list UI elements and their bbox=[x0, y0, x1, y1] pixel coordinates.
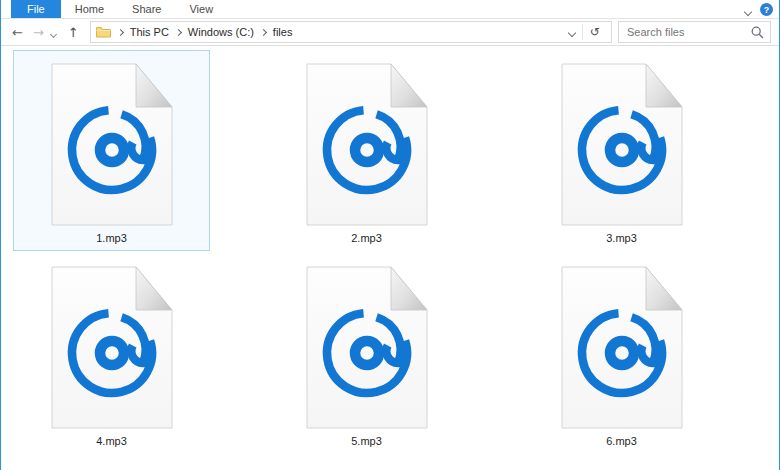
breadcrumb-chevron-icon bbox=[175, 28, 182, 35]
mp3-file-icon bbox=[51, 266, 173, 429]
file-item[interactable]: 4.mp3 bbox=[13, 253, 210, 454]
forward-icon[interactable]: → bbox=[28, 26, 49, 39]
breadcrumb-chevron-icon bbox=[117, 28, 124, 35]
file-name-label: 3.mp3 bbox=[606, 232, 637, 245]
refresh-icon[interactable]: ↻ bbox=[583, 25, 607, 39]
breadcrumb-files[interactable]: files bbox=[273, 26, 293, 38]
file-name-label: 6.mp3 bbox=[606, 435, 637, 448]
ribbon-collapse-icon[interactable] bbox=[745, 1, 751, 19]
navigation-bar: ← → ↑ This PC Windows (C:) files ↻ bbox=[1, 19, 779, 46]
search-icon[interactable] bbox=[751, 26, 764, 39]
breadcrumb-windows-c[interactable]: Windows (C:) bbox=[188, 26, 254, 38]
tab-share[interactable]: Share bbox=[118, 0, 175, 18]
file-item[interactable]: 1.mp3 bbox=[13, 50, 210, 251]
address-dropdown-icon[interactable] bbox=[562, 26, 582, 38]
tab-file[interactable]: File bbox=[11, 0, 61, 18]
breadcrumb-this-pc[interactable]: This PC bbox=[130, 26, 169, 38]
search-input[interactable] bbox=[619, 26, 751, 38]
folder-icon bbox=[96, 26, 111, 38]
file-name-label: 1.mp3 bbox=[96, 232, 127, 245]
mp3-file-icon bbox=[51, 63, 173, 226]
mp3-file-icon bbox=[306, 266, 428, 429]
file-item[interactable]: 6.mp3 bbox=[523, 253, 720, 454]
up-icon[interactable]: ↑ bbox=[63, 26, 84, 39]
help-icon[interactable]: ? bbox=[760, 3, 773, 16]
mp3-file-icon bbox=[306, 63, 428, 226]
search-box bbox=[618, 21, 771, 43]
file-explorer-window: File Home Share View ? ← → ↑ This PC Win… bbox=[0, 0, 780, 470]
tab-home[interactable]: Home bbox=[61, 0, 118, 18]
file-name-label: 5.mp3 bbox=[351, 435, 382, 448]
back-icon[interactable]: ← bbox=[7, 26, 28, 39]
file-name-label: 4.mp3 bbox=[96, 435, 127, 448]
file-item[interactable]: 5.mp3 bbox=[268, 253, 465, 454]
file-name-label: 2.mp3 bbox=[351, 232, 382, 245]
tab-view[interactable]: View bbox=[175, 0, 227, 18]
breadcrumb-chevron-icon bbox=[260, 28, 267, 35]
mp3-file-icon bbox=[561, 266, 683, 429]
file-item[interactable]: 2.mp3 bbox=[268, 50, 465, 251]
file-item[interactable]: 3.mp3 bbox=[523, 50, 720, 251]
mp3-file-icon bbox=[561, 63, 683, 226]
recent-locations-chevron-icon[interactable] bbox=[51, 23, 56, 41]
file-grid: 1.mp3 2.mp3 3. bbox=[1, 46, 779, 470]
ribbon-tab-bar: File Home Share View ? bbox=[1, 0, 779, 19]
address-bar[interactable]: This PC Windows (C:) files ↻ bbox=[90, 21, 612, 43]
